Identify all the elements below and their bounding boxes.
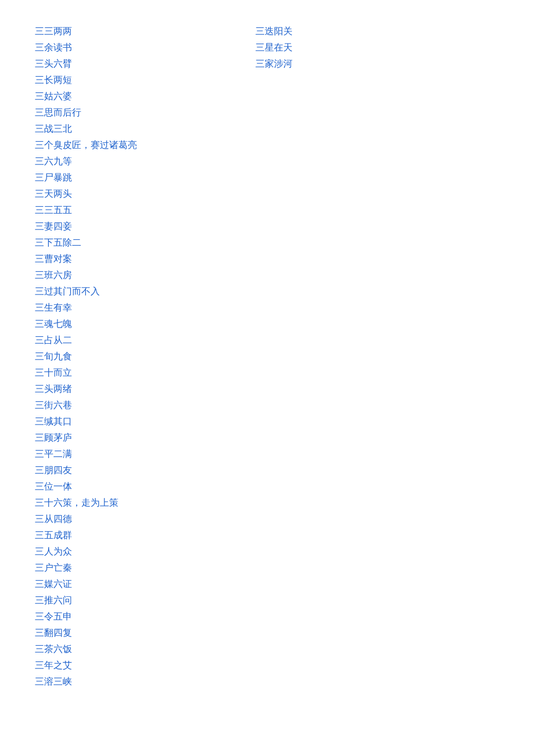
list-item: 三长两短 [35,72,186,88]
list-item: 三下五除二 [35,235,186,251]
list-item: 三位一体 [35,478,186,495]
list-item: 三魂七魄 [35,316,186,332]
list-item: 三迭阳关 [255,23,406,39]
list-item: 三占从二 [35,332,186,348]
list-item: 三茶六饭 [35,641,186,657]
list-item: 三朋四友 [35,462,186,478]
list-item: 三思而后行 [35,105,186,121]
list-item: 三个臭皮匠，赛过诸葛亮 [35,137,186,153]
list-item: 三户亡秦 [35,560,186,576]
list-item: 三天两头 [35,186,186,202]
list-item: 三街六巷 [35,397,186,413]
list-item: 三三两两 [35,23,186,39]
list-item: 三溶三峡 [35,674,186,690]
list-item: 三三五五 [35,202,186,218]
list-item: 三旬九食 [35,348,186,365]
page-container: 三三两两三余读书三头六臂三长两短三姑六婆三思而后行三战三北三个臭皮匠，赛过诸葛亮… [0,0,534,756]
list-item: 三年之艾 [35,657,186,674]
list-item: 三平二满 [35,446,186,462]
list-item: 三顾茅庐 [35,430,186,446]
list-item: 三过其门而不入 [35,283,186,300]
list-item: 三媒六证 [35,576,186,592]
column-left: 三三两两三余读书三头六臂三长两短三姑六婆三思而后行三战三北三个臭皮匠，赛过诸葛亮… [35,23,186,733]
column-right: 三迭阳关三星在天三家涉河 [255,23,406,733]
list-item: 三生有幸 [35,300,186,316]
list-item: 三曹对案 [35,251,186,267]
list-item: 三缄其口 [35,413,186,430]
list-item: 三五成群 [35,527,186,543]
list-item: 三头六臂 [35,56,186,72]
list-item: 三翻四复 [35,625,186,641]
list-item: 三余读书 [35,39,186,56]
list-item: 三家涉河 [255,56,406,72]
list-item: 三推六问 [35,592,186,609]
list-item: 三十六策，走为上策 [35,495,186,511]
list-item: 三战三北 [35,121,186,137]
list-item: 三姑六婆 [35,88,186,105]
list-item: 三从四德 [35,511,186,527]
list-item: 三十而立 [35,365,186,381]
list-item: 三六九等 [35,153,186,170]
list-item: 三人为众 [35,543,186,560]
list-item: 三头两绪 [35,381,186,397]
list-item: 三令五申 [35,609,186,625]
list-item: 三尸暴跳 [35,170,186,186]
list-item: 三班六房 [35,267,186,283]
list-item: 三星在天 [255,39,406,56]
list-item: 三妻四妾 [35,218,186,235]
